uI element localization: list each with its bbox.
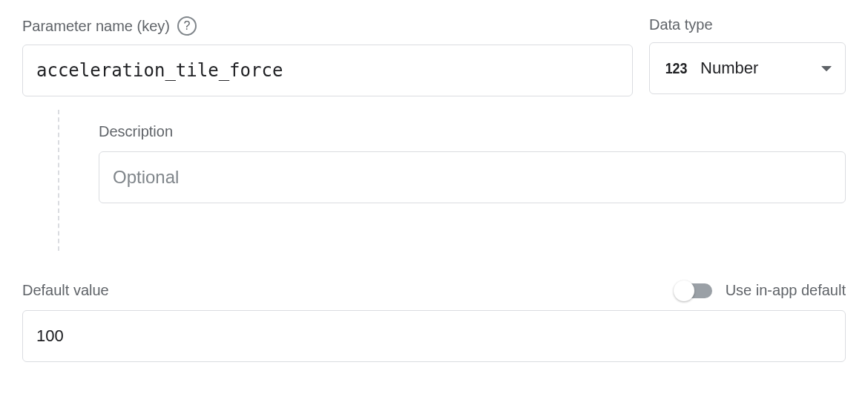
in-app-default-label: Use in-app default (726, 282, 846, 299)
data-type-select[interactable]: 123 Number (649, 42, 846, 94)
data-type-label: Data type (649, 16, 713, 33)
parameter-name-label: Parameter name (key) (22, 18, 170, 35)
tree-line (58, 110, 59, 251)
help-icon[interactable]: ? (177, 16, 197, 36)
description-input[interactable] (113, 167, 832, 188)
chevron-down-icon (821, 62, 832, 75)
default-value-input-container[interactable] (22, 310, 846, 362)
default-value-label: Default value (22, 282, 109, 299)
in-app-default-toggle[interactable] (675, 283, 712, 298)
description-input-container[interactable] (99, 151, 846, 203)
svg-marker-0 (821, 66, 832, 71)
number-icon: 123 (665, 59, 688, 77)
parameter-name-input[interactable] (22, 45, 633, 96)
default-value-input[interactable] (36, 326, 832, 346)
description-label: Description (99, 123, 846, 140)
data-type-value: Number (700, 59, 810, 78)
parameter-name-value[interactable] (36, 60, 619, 81)
toggle-knob (674, 280, 694, 301)
